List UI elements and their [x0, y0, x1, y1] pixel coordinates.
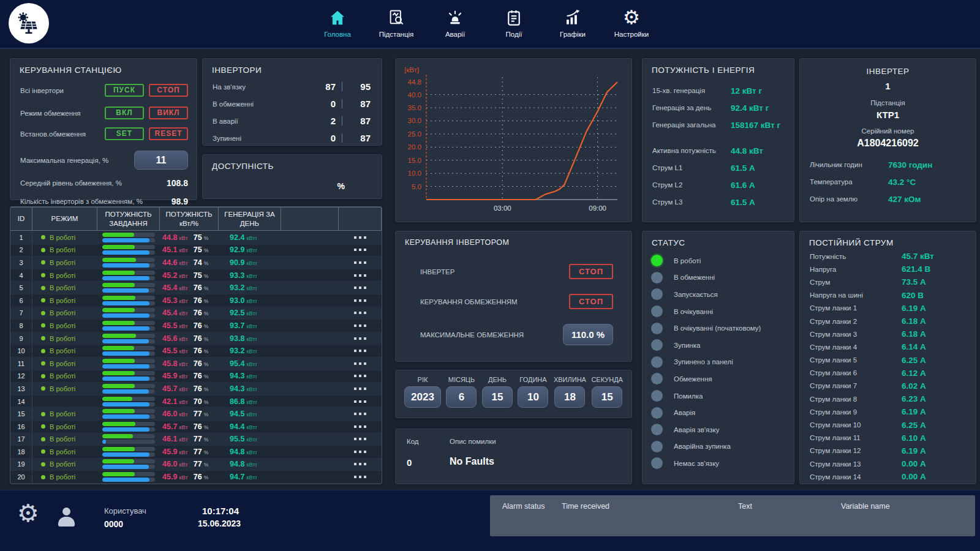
setpoint-bar: [102, 321, 155, 325]
row-menu-icon[interactable]: [339, 249, 382, 251]
table-row[interactable]: 4В роботі45.2кВт75%93.3кВтг: [10, 269, 382, 282]
datetime-value[interactable]: 2023: [404, 386, 441, 408]
datetime-value[interactable]: 10: [518, 386, 548, 408]
row-menu-icon[interactable]: [339, 299, 382, 302]
table-row[interactable]: 7В роботі45.4кВт76%92.5кВтг: [10, 307, 382, 320]
datetime-value[interactable]: 15: [482, 386, 513, 408]
row-menu-icon[interactable]: [339, 438, 382, 440]
table-row[interactable]: 19В роботі46.0кВт77%94.8кВтг: [10, 459, 382, 471]
stop-button[interactable]: СТОП: [569, 294, 613, 309]
row-generation: 94.8кВтг: [219, 459, 281, 471]
kv-value: 621.4 В: [902, 264, 930, 274]
alarm-column-header: Variable name: [841, 502, 890, 511]
setpoint-bar: [102, 397, 155, 401]
stop-button[interactable]: СТОП: [149, 84, 188, 97]
summary-total: 87: [349, 99, 371, 109]
datetime-label: РІК: [418, 376, 428, 383]
power-bar: [102, 276, 155, 280]
bar-fill: [102, 465, 149, 469]
status-dot: [41, 462, 45, 467]
user-icon[interactable]: [56, 507, 77, 528]
percent-unit: %: [204, 260, 209, 266]
power-unit: кВт: [179, 260, 187, 266]
table-row[interactable]: 20В роботі45.9кВт76%94.7кВтг: [10, 471, 382, 483]
nav-item-settings[interactable]: ⚙Настройки: [612, 5, 650, 38]
row-menu-icon[interactable]: [339, 362, 382, 365]
table-row[interactable]: 6В роботі45.3кВт76%93.0кВтг: [10, 294, 382, 307]
row-menu-icon[interactable]: [339, 451, 382, 453]
nav-item-alarm[interactable]: Аварії: [436, 5, 474, 38]
table-row[interactable]: 1442.1кВт70%86.8кВтг: [10, 395, 382, 408]
row-menu-icon[interactable]: [339, 425, 382, 428]
row-status: В роботі: [32, 370, 97, 383]
row-menu-icon[interactable]: [339, 388, 382, 390]
row-menu-icon[interactable]: [339, 236, 382, 239]
power-unit: кВт: [179, 323, 187, 329]
table-row[interactable]: 17В роботі46.1кВт77%95.5кВтг: [10, 433, 382, 446]
table-row[interactable]: 12В роботі45.9кВт76%94.3кВтг: [10, 370, 382, 383]
row-generation: 95.5кВтг: [219, 433, 281, 446]
row-menu-icon[interactable]: [339, 312, 382, 314]
nav-item-events[interactable]: Події: [495, 5, 533, 38]
table-row[interactable]: 8В роботі45.5кВт76%93.7кВтг: [10, 320, 382, 332]
kv-label: Опір на землю: [810, 195, 888, 203]
kv-value: 73.5 А: [902, 277, 926, 287]
row-menu-icon[interactable]: [339, 476, 382, 478]
ok-button[interactable]: ПУСК: [105, 84, 144, 97]
row-menu-icon[interactable]: [339, 324, 382, 327]
ok-button[interactable]: ВКЛ: [105, 107, 144, 119]
nav-item-charts[interactable]: Графіки: [554, 5, 592, 38]
power-unit: кВт: [179, 474, 187, 481]
row-generation: 92.9кВтг: [219, 244, 281, 257]
datetime-value[interactable]: 15: [592, 386, 622, 408]
settings-gear-icon[interactable]: ⚙: [17, 504, 39, 523]
row-menu-icon[interactable]: [339, 350, 382, 352]
dc-panel: ПОСТІЙНИЙ СТРУМ Потужність45.7 кВтНапруг…: [799, 231, 976, 484]
datetime-value[interactable]: 18: [554, 386, 585, 408]
row-menu-icon[interactable]: [339, 375, 382, 377]
stop-button[interactable]: СТОП: [569, 264, 613, 279]
row-bars: [97, 433, 160, 446]
table-row[interactable]: 2В роботі45.1кВт75%92.9кВтг: [10, 244, 382, 257]
row-menu-icon[interactable]: [339, 287, 382, 289]
table-row[interactable]: 16В роботі45.7кВт76%94.4кВтг: [10, 421, 382, 433]
max-generation-value[interactable]: 11: [134, 151, 188, 170]
row-spacer: [281, 231, 339, 244]
table-row[interactable]: 1В роботі44.8кВт75%92.4кВтг: [10, 231, 382, 244]
row-power: 45.4кВт76%: [160, 307, 219, 320]
row-menu-icon[interactable]: [339, 400, 382, 403]
column-header: ID: [10, 208, 32, 230]
inverter-table-body: 1В роботі44.8кВт75%92.4кВтг2В роботі45.1…: [10, 231, 382, 483]
table-row[interactable]: 13В роботі45.7кВт76%94.3кВтг: [10, 383, 382, 395]
row-menu-icon[interactable]: [339, 413, 382, 415]
row-generation: 93.0кВтг: [219, 294, 281, 307]
availability-panel: ДОСТУПНІСТЬ %: [202, 154, 382, 199]
stop-button[interactable]: ВИКЛ: [149, 107, 188, 119]
table-row[interactable]: 3В роботі44.6кВт74%90.9кВтг: [10, 257, 382, 269]
row-bars: [97, 307, 160, 320]
kv-label: Струм ланки 9: [810, 408, 902, 416]
status-text: В роботі: [50, 473, 75, 481]
row-menu-icon[interactable]: [339, 463, 382, 465]
datetime-value[interactable]: 6: [446, 386, 477, 408]
table-row[interactable]: 18В роботі45.9кВт77%94.8кВтг: [10, 446, 382, 458]
table-row[interactable]: 9В роботі45.6кВт76%93.8кВтг: [10, 332, 382, 345]
row-menu-icon[interactable]: [339, 261, 382, 264]
nav-item-home[interactable]: Головна: [318, 5, 356, 38]
row-menu-icon[interactable]: [339, 337, 382, 340]
control-row: Режим обмеженняВКЛВИКЛ: [20, 107, 188, 119]
settings-icon: ⚙: [623, 5, 640, 27]
bar-fill: [102, 263, 149, 268]
table-row[interactable]: 5В роботі45.4кВт76%93.2кВтг: [10, 282, 382, 294]
row-actions: [339, 459, 382, 471]
table-row[interactable]: 15В роботі46.0кВт77%94.5кВтг: [10, 408, 382, 420]
datetime-field-місяць: МІСЯЦЬ6: [446, 376, 477, 408]
table-row[interactable]: 11В роботі45.8кВт76%95.4кВтг: [10, 358, 382, 370]
ok-button[interactable]: SET: [105, 127, 144, 140]
table-row[interactable]: 10В роботі45.5кВт76%93.2кВтг: [10, 345, 382, 357]
max-limit-value[interactable]: 110.0 %: [563, 324, 613, 345]
row-menu-icon[interactable]: [339, 274, 382, 277]
percent-unit: %: [204, 336, 209, 342]
stop-button[interactable]: RESET: [149, 127, 188, 140]
nav-item-substation[interactable]: Підстанція: [377, 5, 415, 38]
